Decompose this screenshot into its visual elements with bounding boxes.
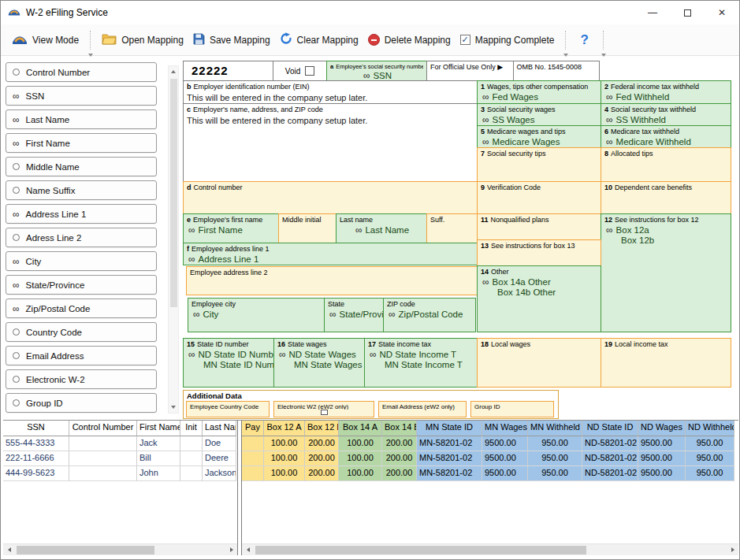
cell[interactable]: MN-58201-02 xyxy=(417,466,482,481)
cell[interactable]: 100.00 xyxy=(339,451,382,466)
cell[interactable]: 444-99-5623 xyxy=(3,466,69,481)
sidebar-item-address-line-1[interactable]: ∞Address Line 1 xyxy=(6,204,157,224)
cell[interactable]: Deere xyxy=(203,451,236,466)
cell[interactable]: 950.00 xyxy=(686,466,734,481)
form-box-b-ein[interactable]: bEmployer identification number (EIN) Th… xyxy=(183,80,478,104)
table-row[interactable]: 444-99-5623JohnJackson xyxy=(3,466,237,481)
column-header-ssn[interactable]: SSN xyxy=(3,421,69,436)
scroll-down-arrow[interactable] xyxy=(169,402,178,413)
mapped-field[interactable]: MN State ID Numb xyxy=(187,360,270,369)
mapped-field[interactable]: MN State Income T xyxy=(368,360,474,369)
mapped-field[interactable]: ∞State/Provin xyxy=(328,310,380,319)
column-header-pay[interactable]: Pay xyxy=(242,421,264,436)
form-box-3-ss-wages[interactable]: 3Social security wages ∞SS Wages xyxy=(477,103,601,126)
form-box-8-allocated-tips[interactable]: 8Allocated tips xyxy=(601,147,731,182)
form-box-a-ssn[interactable]: aEmployee's social security number ∞SSN xyxy=(326,61,427,81)
clear-mapping-button[interactable]: Clear Mapping xyxy=(275,29,363,50)
cell[interactable]: 100.00 xyxy=(339,436,382,451)
cell[interactable]: 9500.00 xyxy=(638,436,686,451)
mapped-field[interactable]: ∞SS Wages xyxy=(481,115,597,124)
mapped-field[interactable]: ∞SSN xyxy=(330,71,423,80)
cell[interactable]: 9500.00 xyxy=(638,451,686,466)
sidebar-item-ssn[interactable]: ∞SSN xyxy=(6,86,157,106)
mapped-field[interactable]: MN State Wages xyxy=(277,360,361,369)
form-box-d-control-number[interactable]: dControl number xyxy=(183,181,478,214)
scroll-thumb[interactable] xyxy=(170,79,177,307)
mapped-field[interactable]: Box 12b xyxy=(604,235,727,245)
sidebar-item-middle-name[interactable]: Middle Name xyxy=(6,157,157,176)
cell[interactable] xyxy=(69,451,137,466)
sidebar-item-name-suffix[interactable]: Name Suffix xyxy=(6,180,157,200)
cell[interactable]: 9500.00 xyxy=(482,466,528,481)
column-header-control-number[interactable]: Control Number xyxy=(69,421,137,436)
close-button[interactable]: ✕ xyxy=(705,1,739,24)
void-checkbox[interactable] xyxy=(305,66,314,76)
sidebar-item-city[interactable]: ∞City xyxy=(6,251,157,271)
form-box-employee-country-code[interactable]: Employee Country Code xyxy=(186,401,270,417)
form-box-address-line-2[interactable]: Employee address line 2 xyxy=(186,266,478,295)
column-header-box-12-a[interactable]: Box 12 A xyxy=(264,421,305,436)
cell[interactable]: 9500.00 xyxy=(482,436,528,451)
view-mode-button[interactable]: View Mode xyxy=(7,29,84,50)
scroll-track[interactable] xyxy=(254,544,727,555)
cell[interactable]: 200.00 xyxy=(305,451,339,466)
form-box-19-local-income-tax[interactable]: 19Local income tax xyxy=(601,338,731,388)
cell[interactable]: MN-58201-02 xyxy=(417,451,482,466)
cell[interactable] xyxy=(180,451,203,466)
cell[interactable] xyxy=(180,436,203,451)
mapped-field[interactable]: ∞Address Line 1 xyxy=(187,254,474,264)
form-box-electronic-w2[interactable]: Electronic W2 (eW2 only) xyxy=(273,401,374,417)
sidebar-item-country-code[interactable]: Country Code xyxy=(6,322,157,342)
cell[interactable]: 200.00 xyxy=(305,466,339,481)
sidebar-item-adress-line-2[interactable]: Adress Line 2 xyxy=(6,228,157,247)
cell[interactable] xyxy=(242,436,264,451)
table-row[interactable]: 100.00200.00100.00200.00MN-58201-029500.… xyxy=(242,466,738,481)
scroll-thumb[interactable] xyxy=(255,546,586,554)
form-box-group-id[interactable]: Group ID xyxy=(470,401,554,417)
mapping-complete-button[interactable]: ✓ Mapping Complete xyxy=(456,32,560,49)
form-box-middle-initial[interactable]: Middle initial xyxy=(278,213,337,243)
sidebar-item-zip-postal-code[interactable]: ∞Zip/Postal Code xyxy=(6,299,157,318)
cell[interactable]: ND-58201-02 xyxy=(582,451,638,466)
sidebar-item-control-number[interactable]: Control Number xyxy=(6,62,157,82)
mapped-field[interactable]: ∞ND State ID Numbe xyxy=(187,350,270,359)
scroll-track[interactable] xyxy=(15,544,225,555)
help-button[interactable]: ? xyxy=(572,29,596,51)
column-header-mn-wages[interactable]: MN Wages xyxy=(482,421,528,436)
column-header-mn-withheld[interactable]: MN Withheld xyxy=(528,421,582,436)
left-horizontal-scrollbar[interactable] xyxy=(3,543,237,555)
column-header-first-name[interactable]: First Name xyxy=(137,421,180,436)
mapped-field[interactable]: ∞SS Withheld xyxy=(604,115,727,124)
sidebar-item-last-name[interactable]: ∞Last Name xyxy=(6,109,157,129)
form-box-last-name[interactable]: Last name ∞Last Name xyxy=(336,213,427,243)
cell[interactable]: 950.00 xyxy=(686,436,734,451)
cell[interactable] xyxy=(69,436,137,451)
cell[interactable] xyxy=(69,466,137,481)
mapped-field[interactable]: ∞Medicare Withheld xyxy=(604,137,727,146)
form-box-16-state-wages[interactable]: 16State wages ∞ND State Wages MN State W… xyxy=(273,338,365,388)
cell[interactable]: 200.00 xyxy=(382,466,417,481)
cell[interactable]: 200.00 xyxy=(382,451,417,466)
form-box-5-medicare-wages[interactable]: 5Medicare wages and tips ∞Medicare Wages xyxy=(477,125,601,148)
form-box-suffix[interactable]: Suff. xyxy=(426,213,478,243)
form-box-e-first-name[interactable]: eEmployee's first name ∞First Name xyxy=(183,213,279,243)
form-box-18-local-wages[interactable]: 18Local wages xyxy=(477,338,601,388)
mapped-field[interactable]: ∞Fed Withheld xyxy=(604,92,727,102)
form-box-7-ss-tips[interactable]: 7Social security tips xyxy=(477,147,601,182)
cell[interactable] xyxy=(242,466,264,481)
save-mapping-button[interactable]: Save Mapping xyxy=(188,30,275,50)
sidebar-item-email-address[interactable]: Email Address xyxy=(6,346,157,365)
sidebar-scrollbar[interactable] xyxy=(168,65,179,414)
cell[interactable]: 100.00 xyxy=(264,451,305,466)
cell[interactable]: ND-58201-02 xyxy=(582,436,638,451)
cell[interactable]: John xyxy=(137,466,180,481)
form-box-employee-city[interactable]: Employee city ∞City xyxy=(188,298,325,332)
column-header-mn-state-id[interactable]: MN State ID xyxy=(417,421,482,436)
form-box-zip[interactable]: ZIP code ∞Zip/Postal Code xyxy=(383,298,476,332)
mapped-field[interactable]: ∞Medicare Wages xyxy=(481,137,597,146)
cell[interactable]: 222-11-6666 xyxy=(3,451,69,466)
cell[interactable]: 950.00 xyxy=(528,466,582,481)
form-box-f-address-line-1[interactable]: fEmployee address line 1 ∞Address Line 1 xyxy=(183,243,478,265)
form-box-17-state-income-tax[interactable]: 17State income tax ∞ND State Income T MN… xyxy=(364,338,478,388)
cell[interactable]: ND-58201-02 xyxy=(582,466,638,481)
